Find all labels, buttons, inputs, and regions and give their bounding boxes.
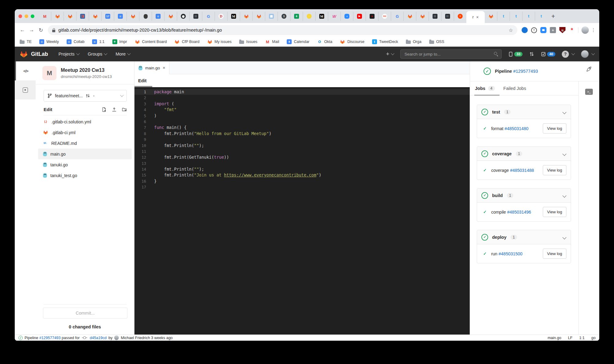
bookmark-item[interactable]: My issues bbox=[207, 39, 232, 45]
browser-tab[interactable]: ▶ bbox=[353, 12, 366, 21]
file-row[interactable]: .gitlab-ci.yml bbox=[38, 127, 132, 138]
gitlab-logo-icon[interactable] bbox=[20, 50, 28, 58]
tab-failed-jobs[interactable]: Failed Jobs bbox=[503, 86, 526, 91]
browser-profile-avatar[interactable] bbox=[581, 26, 589, 34]
menu-more[interactable]: More bbox=[115, 52, 130, 56]
user-menu[interactable] bbox=[581, 50, 594, 58]
pipeline-id-link[interactable]: #129577493 bbox=[513, 69, 538, 74]
statusbar-pipeline-id-link[interactable]: #129577493 bbox=[39, 336, 61, 340]
browser-tab[interactable]: ∷ bbox=[429, 12, 441, 21]
close-window-button[interactable] bbox=[18, 14, 22, 18]
file-row[interactable]: tanuki_test.go bbox=[38, 170, 132, 181]
tab-edit[interactable]: Edit bbox=[138, 78, 146, 83]
code-line[interactable]: 15 fmt.Println("Join us at https://www.e… bbox=[134, 172, 470, 178]
bookmark-item[interactable]: TE bbox=[20, 40, 32, 44]
bookmark-item[interactable]: Orga bbox=[406, 40, 422, 44]
bookmark-item[interactable]: MMail bbox=[265, 39, 279, 44]
bookmark-item[interactable]: OOkta bbox=[317, 39, 332, 44]
job-id-link[interactable]: #485031500 bbox=[499, 251, 523, 256]
bookmark-item[interactable]: ≡Weekly bbox=[39, 39, 59, 44]
browser-tab[interactable]: t bbox=[522, 12, 535, 21]
browser-tab[interactable]: W bbox=[328, 12, 340, 21]
bookmark-item[interactable]: tTweetDeck bbox=[372, 39, 398, 44]
bookmark-item[interactable]: ≡Collab bbox=[67, 39, 84, 44]
help-menu[interactable]: ? bbox=[562, 51, 574, 58]
view-log-button[interactable]: View log bbox=[543, 249, 566, 259]
chevron-down-icon[interactable] bbox=[563, 234, 566, 240]
zoom-window-button[interactable] bbox=[31, 14, 34, 18]
bookmark-item[interactable]: Discourse bbox=[340, 39, 364, 45]
new-folder-icon[interactable] bbox=[122, 107, 127, 112]
browser-tab[interactable] bbox=[89, 12, 101, 21]
todos-shortcut[interactable]: 40 bbox=[541, 52, 555, 57]
browser-tab[interactable] bbox=[126, 12, 139, 21]
code-line[interactable]: 4 "fmt" bbox=[134, 107, 470, 113]
browser-tab[interactable]: M bbox=[39, 12, 51, 21]
bookmark-item[interactable]: 8Calendar bbox=[287, 39, 309, 44]
browser-tab[interactable]: ∷ bbox=[189, 12, 202, 21]
bookmark-item[interactable]: Issues bbox=[239, 40, 257, 44]
browser-tab[interactable]: M bbox=[315, 12, 328, 21]
browser-tab[interactable]: ◨ bbox=[76, 12, 89, 21]
browser-tab[interactable]: G2 bbox=[378, 12, 391, 21]
chevron-down-icon[interactable] bbox=[563, 109, 566, 115]
bookmark-item[interactable]: CfP Board bbox=[174, 39, 199, 45]
stage-card-header[interactable]: ✓build1 bbox=[477, 188, 571, 203]
browser-tab[interactable]: t bbox=[535, 12, 547, 21]
job-id-link[interactable]: #485031480 bbox=[504, 126, 528, 131]
browser-tab[interactable]: t bbox=[510, 12, 522, 21]
pin-extension-icon[interactable]: + bbox=[550, 27, 556, 33]
statusbar-language[interactable]: go bbox=[591, 336, 596, 340]
code-line[interactable]: 2 bbox=[134, 95, 470, 101]
view-log-button[interactable]: View log bbox=[543, 207, 566, 217]
view-log-button[interactable]: View log bbox=[543, 165, 566, 175]
browser-tab[interactable] bbox=[64, 12, 76, 21]
upload-file-icon[interactable] bbox=[112, 107, 117, 112]
menu-projects[interactable]: Projects bbox=[58, 52, 79, 56]
statusbar-cursor-position[interactable]: 1:1 bbox=[579, 336, 585, 340]
bookmark-item[interactable]: +Impr bbox=[112, 39, 127, 44]
browser-tab[interactable] bbox=[403, 12, 416, 21]
gitlab-wordmark[interactable]: GitLab bbox=[31, 51, 48, 57]
pipelines-rocket-icon[interactable] bbox=[585, 66, 592, 72]
browser-tab[interactable]: M bbox=[227, 12, 240, 21]
job-id-link[interactable]: #485031488 bbox=[510, 168, 534, 173]
terminal-icon[interactable]: >_ bbox=[585, 89, 593, 95]
browser-tab[interactable]: t bbox=[497, 12, 510, 21]
opera-extension-icon[interactable] bbox=[522, 27, 528, 33]
code-line[interactable]: 5) bbox=[134, 113, 470, 119]
close-icon[interactable]: × bbox=[163, 65, 165, 70]
browser-tab[interactable]: S bbox=[278, 12, 290, 21]
branch-selector[interactable]: feature/meet... - bbox=[44, 90, 127, 102]
browser-tab[interactable]: 17 bbox=[101, 12, 114, 21]
browser-tab[interactable] bbox=[164, 12, 177, 21]
code-line[interactable]: 1package main bbox=[134, 89, 470, 95]
code-line[interactable]: 7func main() { bbox=[134, 125, 470, 130]
code-line[interactable]: 17 bbox=[134, 184, 470, 190]
merge-requests-shortcut[interactable] bbox=[529, 51, 534, 57]
browser-tab[interactable]: + bbox=[290, 12, 303, 21]
browser-menu-icon[interactable]: ⋮ bbox=[591, 27, 596, 33]
browser-tab[interactable]: ∷ bbox=[441, 12, 454, 21]
onepassword-extension-icon[interactable]: ! bbox=[531, 27, 537, 33]
file-row[interactable]: M↓README.md bbox=[38, 138, 132, 149]
stage-card-header[interactable]: ✓coverage1 bbox=[477, 147, 571, 161]
view-log-button[interactable]: View log bbox=[543, 123, 566, 134]
new-file-icon[interactable] bbox=[102, 107, 107, 112]
browser-tab-active[interactable]: r× bbox=[466, 11, 485, 23]
browser-tab[interactable]: ≡ bbox=[114, 12, 126, 21]
zoomext-extension-icon[interactable] bbox=[540, 27, 546, 33]
new-menu-button[interactable]: + bbox=[386, 51, 394, 57]
statusbar-eol[interactable]: LF bbox=[568, 336, 573, 340]
browser-tab[interactable] bbox=[485, 12, 497, 21]
bookmark-item[interactable]: Content Board bbox=[135, 39, 167, 45]
menu-groups[interactable]: Groups bbox=[88, 52, 107, 56]
browser-tab[interactable]: G bbox=[391, 12, 403, 21]
code-line[interactable]: 10 fmt.Println(""); bbox=[134, 143, 470, 149]
browser-tab[interactable] bbox=[240, 12, 252, 21]
chevron-down-icon[interactable] bbox=[563, 193, 566, 198]
browser-tab[interactable] bbox=[139, 12, 152, 21]
address-bar[interactable]: gitlab.com/-/ide/project/dnsmichi/meetup… bbox=[48, 25, 517, 35]
file-row[interactable]: main.go bbox=[38, 149, 132, 159]
file-row[interactable]: tanuki.go bbox=[38, 159, 132, 170]
